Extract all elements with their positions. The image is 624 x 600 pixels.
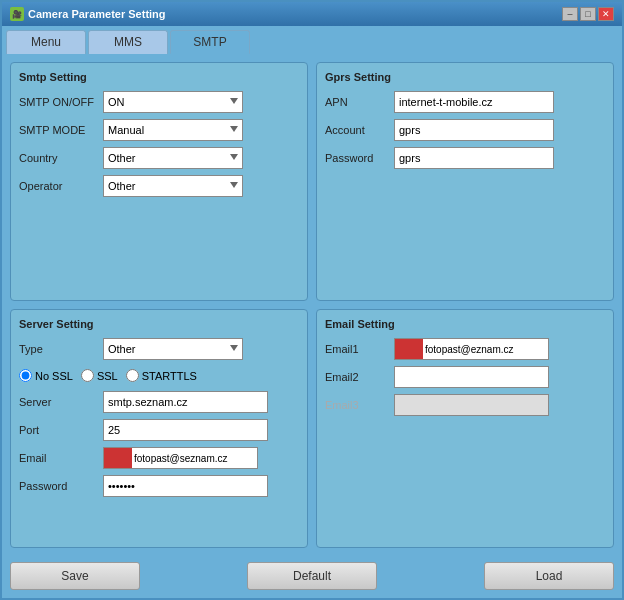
smtp-onoff-select[interactable]: ON OFF — [103, 91, 243, 113]
title-bar: 🎥 Camera Parameter Setting – □ ✕ — [2, 2, 622, 26]
operator-select[interactable]: Other — [103, 175, 243, 197]
smtp-onoff-row: SMTP ON/OFF ON OFF — [19, 91, 299, 113]
account-label: Account — [325, 124, 390, 136]
smtp-panel-title: Smtp Setting — [19, 71, 299, 83]
account-input[interactable] — [394, 119, 554, 141]
server-input[interactable] — [103, 391, 268, 413]
email-text: fotopast@seznam.cz — [132, 453, 230, 464]
ssl-radio-label[interactable]: SSL — [81, 369, 118, 382]
server-panel-title: Server Setting — [19, 318, 299, 330]
email1-row: Email1 fotopast@eznam.cz — [325, 338, 605, 360]
email-panel-title: Email Setting — [325, 318, 605, 330]
operator-label: Operator — [19, 180, 99, 192]
footer: Save Default Load — [2, 556, 622, 598]
bottom-panels-row: Server Setting Type Other No SSL SSL — [10, 309, 614, 548]
server-setting-panel: Server Setting Type Other No SSL SSL — [10, 309, 308, 548]
server-password-row: Password — [19, 475, 299, 497]
tab-mms[interactable]: MMS — [88, 30, 168, 54]
close-button[interactable]: ✕ — [598, 7, 614, 21]
server-type-select[interactable]: Other — [103, 338, 243, 360]
smtp-mode-select[interactable]: Manual Auto — [103, 119, 243, 141]
email2-row: Email2 — [325, 366, 605, 388]
maximize-button[interactable]: □ — [580, 7, 596, 21]
port-input[interactable] — [103, 419, 268, 441]
ssl-label: SSL — [97, 370, 118, 382]
load-button[interactable]: Load — [484, 562, 614, 590]
default-button[interactable]: Default — [247, 562, 377, 590]
email2-input[interactable] — [394, 366, 549, 388]
starttls-radio-label[interactable]: STARTTLS — [126, 369, 197, 382]
server-label: Server — [19, 396, 99, 408]
title-bar-controls: – □ ✕ — [562, 7, 614, 21]
port-label: Port — [19, 424, 99, 436]
apn-row: APN — [325, 91, 605, 113]
email-label: Email — [19, 452, 99, 464]
main-window: 🎥 Camera Parameter Setting – □ ✕ Menu MM… — [0, 0, 624, 600]
top-panels-row: Smtp Setting SMTP ON/OFF ON OFF SMTP MOD… — [10, 62, 614, 301]
ssl-radio[interactable] — [81, 369, 94, 382]
email3-label: Email3 — [325, 399, 390, 411]
smtp-mode-label: SMTP MODE — [19, 124, 99, 136]
camera-icon: 🎥 — [10, 7, 24, 21]
operator-row: Operator Other — [19, 175, 299, 197]
gprs-password-label: Password — [325, 152, 390, 164]
email-display: fotopast@seznam.cz — [103, 447, 258, 469]
country-select[interactable]: Other — [103, 147, 243, 169]
save-button[interactable]: Save — [10, 562, 140, 590]
email-setting-panel: Email Setting Email1 fotopast@eznam.cz E… — [316, 309, 614, 548]
email3-input[interactable] — [394, 394, 549, 416]
server-type-label: Type — [19, 343, 99, 355]
server-password-input[interactable] — [103, 475, 268, 497]
account-row: Account — [325, 119, 605, 141]
gprs-password-row: Password — [325, 147, 605, 169]
no-ssl-radio[interactable] — [19, 369, 32, 382]
gprs-panel-title: Gprs Setting — [325, 71, 605, 83]
smtp-setting-panel: Smtp Setting SMTP ON/OFF ON OFF SMTP MOD… — [10, 62, 308, 301]
title-bar-left: 🎥 Camera Parameter Setting — [10, 7, 166, 21]
email1-redacted-block — [395, 339, 423, 359]
minimize-button[interactable]: – — [562, 7, 578, 21]
ssl-options-row: No SSL SSL STARTTLS — [19, 366, 299, 385]
no-ssl-label: No SSL — [35, 370, 73, 382]
apn-input[interactable] — [394, 91, 554, 113]
tab-smtp[interactable]: SMTP — [170, 30, 250, 54]
port-row: Port — [19, 419, 299, 441]
server-password-label: Password — [19, 480, 99, 492]
country-label: Country — [19, 152, 99, 164]
tab-menu[interactable]: Menu — [6, 30, 86, 54]
no-ssl-radio-label[interactable]: No SSL — [19, 369, 73, 382]
gprs-setting-panel: Gprs Setting APN Account Password — [316, 62, 614, 301]
tab-bar: Menu MMS SMTP — [2, 26, 622, 54]
email3-row: Email3 — [325, 394, 605, 416]
smtp-onoff-label: SMTP ON/OFF — [19, 96, 99, 108]
window-title: Camera Parameter Setting — [28, 8, 166, 20]
server-row: Server — [19, 391, 299, 413]
email1-text: fotopast@eznam.cz — [423, 344, 516, 355]
country-row: Country Other — [19, 147, 299, 169]
server-type-row: Type Other — [19, 338, 299, 360]
apn-label: APN — [325, 96, 390, 108]
starttls-radio[interactable] — [126, 369, 139, 382]
email1-label: Email1 — [325, 343, 390, 355]
gprs-password-input[interactable] — [394, 147, 554, 169]
email-redacted-block — [104, 448, 132, 468]
starttls-label: STARTTLS — [142, 370, 197, 382]
content-area: Smtp Setting SMTP ON/OFF ON OFF SMTP MOD… — [2, 54, 622, 556]
email1-display: fotopast@eznam.cz — [394, 338, 549, 360]
email2-label: Email2 — [325, 371, 390, 383]
email-row: Email fotopast@seznam.cz — [19, 447, 299, 469]
smtp-mode-row: SMTP MODE Manual Auto — [19, 119, 299, 141]
